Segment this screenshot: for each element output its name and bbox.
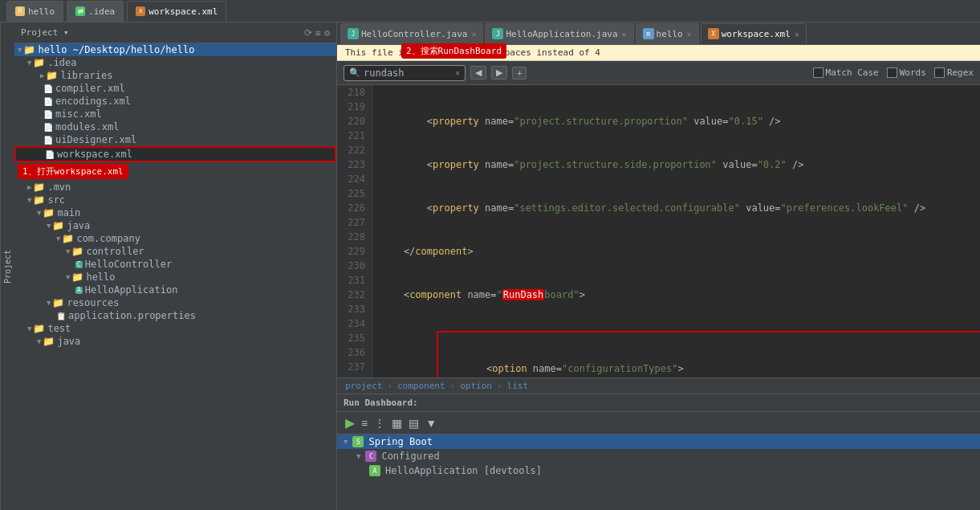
code-line-218: <property name="project.structure.propor… [380,114,972,129]
code-line-220: <property name="settings.editor.selected… [380,201,972,215]
tree-item-compiler-xml[interactable]: 📄 compiler.xml [14,82,336,95]
bottom-panel-title: Run Dashboard: [344,398,418,408]
sidebar-title: Project ▾ [21,27,69,38]
tab-hello-close[interactable]: ✕ [687,30,692,39]
bottom-panel-header: Run Dashboard: [337,394,980,412]
list-btn-1[interactable]: ≡ [360,417,369,430]
search-clear-icon[interactable]: ✕ [455,68,460,77]
tree-item-app-props[interactable]: 📋 application.properties [14,309,336,322]
tree-com-company-label: com.company [76,233,140,244]
tab-hello-controller[interactable]: J HelloController.java ✕ [340,23,483,44]
tree-libraries-label: libraries [60,70,112,81]
folder-src-icon: 📁 [33,194,45,206]
tree-item-hello-application[interactable]: A HelloApplication [14,284,336,296]
tab-hello-controller-close[interactable]: ✕ [471,30,476,39]
workspace-tab-icon: X [708,28,719,39]
folder-test-icon: 📁 [33,323,45,334]
window-tab-idea[interactable]: 📁 .idea [67,1,124,22]
tree-hello-application-label: HelloApplication [85,284,178,296]
run-item-hello-application[interactable]: A HelloApplication [devtools] ➔ [337,463,980,478]
tree-hello-controller-label: HelloController [85,259,172,270]
tree-controller-label: controller [86,246,144,257]
folder-main-icon: 📁 [43,207,55,218]
tree-item-misc-xml[interactable]: 📄 misc.xml [14,108,336,120]
words-label[interactable]: Words [887,67,926,78]
arrow-resources: ▼ [47,299,51,307]
code-line-223: <option name="configurationTypes"> [440,361,980,376]
tree-item-controller[interactable]: ▼ 📁 controller [14,245,336,258]
breadcrumb-project: project [345,381,382,391]
run-btn[interactable]: ▶ [344,415,356,430]
next-match-btn[interactable]: ▶ [491,66,507,80]
match-case-checkbox[interactable] [813,67,823,78]
filter-btn[interactable]: ▼ [424,417,438,430]
tree-item-com-company[interactable]: ▼ 📁 com.company [14,232,336,245]
window-tab-hello[interactable]: h hello [6,1,63,22]
ui-designer-xml-icon: 📄 [43,136,53,145]
tree-main-label: main [57,207,80,218]
words-text: Words [900,67,926,78]
tab-hello-application-close[interactable]: ✕ [622,30,627,39]
tab-workspace-xml[interactable]: X workspace.xml ✕ [701,23,807,44]
folder-idea-icon: 📁 [33,57,45,68]
configured-label: Configured [381,451,439,462]
grid-btn-2[interactable]: ▤ [407,417,421,430]
run-item-spring-boot[interactable]: ▼ S Spring Boot [337,435,980,449]
tree-item-src[interactable]: ▼ 📁 src [14,194,336,206]
tree-hello-label: hello ~/Desktop/hello/hello [38,44,194,55]
match-case-label[interactable]: Match Case [813,67,879,78]
sidebar: Project ▾ ⟳ ≡ ⚙ ▼ 📁 hello ~/Desktop/hell… [14,22,337,510]
search-input[interactable] [364,67,452,79]
tree-hello-pkg-label: hello [86,271,115,283]
tree-item-mvn[interactable]: ▶ 📁 .mvn [14,181,336,194]
tree-item-hello-pkg[interactable]: ▼ 📁 hello [14,271,336,284]
expand-btn[interactable]: + [512,67,527,80]
window-tab-workspace[interactable]: X workspace.xml [127,1,226,22]
project-vertical-label: Project [0,22,14,510]
list-btn-2[interactable]: ⋮ [372,417,387,430]
tree-item-libraries[interactable]: ▶ 📁 libraries [14,69,336,82]
arrow-com-company: ▼ [56,235,60,243]
tree-item-test[interactable]: ▼ 📁 test [14,322,336,335]
prev-match-btn[interactable]: ◀ [470,66,486,80]
bottom-content: ▼ S Spring Boot ▼ C Configured A Hell [337,435,980,510]
tree-item-hello-controller[interactable]: C HelloController [14,258,336,271]
folder-mvn-icon: 📁 [33,182,45,193]
tree-item-hello-root[interactable]: ▼ 📁 hello ~/Desktop/hello/hello [14,43,336,56]
sync-icon[interactable]: ⟳ [304,27,312,39]
tree-item-encodings-xml[interactable]: 📄 encodings.xml [14,95,336,108]
workspace-xml-icon: X [136,6,145,16]
tree-item-resources[interactable]: ▼ 📁 resources [14,296,336,309]
arrow-idea: ▼ [27,59,31,67]
tab-hello-application[interactable]: J HelloApplication.java ✕ [485,23,633,44]
words-checkbox[interactable] [887,67,897,78]
tree-item-main[interactable]: ▼ 📁 main [14,206,336,219]
tab-hello-controller-label: HelloController.java [361,29,467,39]
run-item-configured[interactable]: ▼ C Configured [337,449,980,463]
grid-btn-1[interactable]: ▦ [390,417,404,430]
tree-encodings-xml-label: encodings.xml [55,96,131,107]
tree-item-ui-designer-xml[interactable]: 📄 uiDesigner.xml [14,133,336,146]
tree-item-test-java[interactable]: ▼ 📁 java [14,335,336,348]
tab-hello-label: hello [657,29,683,39]
regex-checkbox[interactable] [934,67,945,78]
search-annotation: 2、搜索RunDashBoard [401,43,506,59]
tree-item-java[interactable]: ▼ 📁 java [14,219,336,232]
settings-icon[interactable]: ⚙ [324,27,330,39]
regex-label[interactable]: Regex [934,67,974,78]
arrow-controller: ▼ [66,247,70,255]
arrow-java: ▼ [47,222,51,230]
tree-mvn-label: .mvn [47,182,71,193]
tab-workspace-xml-close[interactable]: ✕ [795,30,799,39]
search-input-wrap[interactable]: 🔍 ✕ [344,65,466,81]
folder-controller-icon: 📁 [71,246,83,257]
match-case-text: Match Case [826,67,879,78]
annotation-1: 1、打开workspace.xml [18,164,128,179]
collapse-icon[interactable]: ≡ [315,27,321,39]
tree-item-idea[interactable]: ▼ 📁 .idea [14,56,336,69]
tab-hello[interactable]: m hello ✕ [636,23,699,44]
tree-item-workspace-xml[interactable]: 📄 workspace.xml [14,146,336,162]
code-editor: 218219220221222 223224225226227 22822923… [337,85,980,377]
tree-item-modules-xml[interactable]: 📄 modules.xml [14,120,336,133]
spring-boot-arrow: ▼ [344,438,348,446]
